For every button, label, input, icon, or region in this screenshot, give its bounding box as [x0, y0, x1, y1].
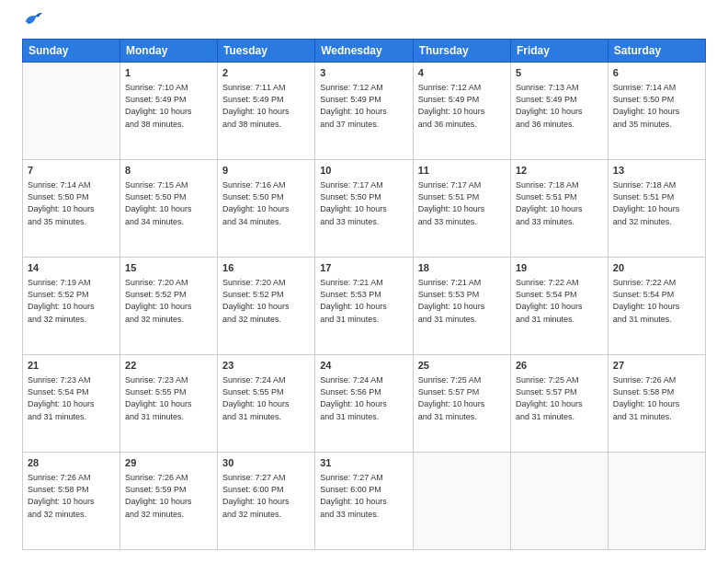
- cell-info: Sunrise: 7:24 AM Sunset: 5:55 PM Dayligh…: [222, 374, 310, 422]
- calendar-cell: 29Sunrise: 7:26 AM Sunset: 5:59 PM Dayli…: [120, 453, 218, 550]
- logo: [22, 17, 42, 29]
- page: SundayMondayTuesdayWednesdayThursdayFrid…: [0, 0, 728, 563]
- day-number: 31: [320, 456, 407, 470]
- day-number: 10: [320, 164, 407, 178]
- cell-info: Sunrise: 7:10 AM Sunset: 5:49 PM Dayligh…: [125, 82, 212, 130]
- calendar-cell: 17Sunrise: 7:21 AM Sunset: 5:53 PM Dayli…: [315, 258, 413, 355]
- day-number: 14: [28, 261, 115, 275]
- day-number: 23: [222, 359, 310, 373]
- logo-bird-icon: [22, 9, 42, 29]
- calendar-week-3: 14Sunrise: 7:19 AM Sunset: 5:52 PM Dayli…: [23, 258, 706, 355]
- calendar-header-row: SundayMondayTuesdayWednesdayThursdayFrid…: [23, 40, 706, 63]
- day-number: 18: [418, 261, 506, 275]
- day-number: 29: [125, 456, 212, 470]
- calendar-cell: 9Sunrise: 7:16 AM Sunset: 5:50 PM Daylig…: [218, 160, 315, 258]
- cell-info: Sunrise: 7:11 AM Sunset: 5:49 PM Dayligh…: [222, 82, 310, 130]
- day-number: 8: [125, 164, 212, 178]
- calendar-cell: 16Sunrise: 7:20 AM Sunset: 5:52 PM Dayli…: [218, 258, 315, 355]
- cell-info: Sunrise: 7:17 AM Sunset: 5:51 PM Dayligh…: [418, 179, 506, 227]
- day-header-sunday: Sunday: [23, 40, 120, 63]
- day-number: 22: [125, 359, 212, 373]
- cell-info: Sunrise: 7:27 AM Sunset: 6:00 PM Dayligh…: [320, 472, 407, 520]
- day-number: 30: [222, 456, 310, 470]
- calendar-week-5: 28Sunrise: 7:26 AM Sunset: 5:58 PM Dayli…: [23, 453, 706, 550]
- cell-info: Sunrise: 7:18 AM Sunset: 5:51 PM Dayligh…: [516, 179, 603, 227]
- day-number: 11: [418, 164, 506, 178]
- cell-info: Sunrise: 7:24 AM Sunset: 5:56 PM Dayligh…: [320, 374, 407, 422]
- day-number: 6: [613, 66, 700, 80]
- calendar-cell: 2Sunrise: 7:11 AM Sunset: 5:49 PM Daylig…: [218, 63, 315, 160]
- day-number: 24: [320, 359, 407, 373]
- cell-info: Sunrise: 7:25 AM Sunset: 5:57 PM Dayligh…: [418, 374, 506, 422]
- day-number: 13: [613, 164, 700, 178]
- calendar-week-2: 7Sunrise: 7:14 AM Sunset: 5:50 PM Daylig…: [23, 160, 706, 258]
- calendar-cell: 20Sunrise: 7:22 AM Sunset: 5:54 PM Dayli…: [608, 258, 705, 355]
- calendar-cell: 6Sunrise: 7:14 AM Sunset: 5:50 PM Daylig…: [608, 63, 705, 160]
- cell-info: Sunrise: 7:20 AM Sunset: 5:52 PM Dayligh…: [222, 277, 310, 325]
- calendar-cell: 7Sunrise: 7:14 AM Sunset: 5:50 PM Daylig…: [23, 160, 120, 258]
- calendar-cell: [23, 63, 120, 160]
- day-number: 3: [320, 66, 407, 80]
- day-number: 20: [613, 261, 700, 275]
- calendar-cell: 14Sunrise: 7:19 AM Sunset: 5:52 PM Dayli…: [23, 258, 120, 355]
- calendar-cell: 15Sunrise: 7:20 AM Sunset: 5:52 PM Dayli…: [120, 258, 218, 355]
- day-number: 16: [222, 261, 310, 275]
- calendar-cell: 30Sunrise: 7:27 AM Sunset: 6:00 PM Dayli…: [218, 453, 315, 550]
- calendar-cell: 21Sunrise: 7:23 AM Sunset: 5:54 PM Dayli…: [23, 355, 120, 453]
- calendar-cell: 25Sunrise: 7:25 AM Sunset: 5:57 PM Dayli…: [413, 355, 510, 453]
- cell-info: Sunrise: 7:14 AM Sunset: 5:50 PM Dayligh…: [28, 179, 115, 227]
- calendar-cell: 12Sunrise: 7:18 AM Sunset: 5:51 PM Dayli…: [510, 160, 608, 258]
- day-header-tuesday: Tuesday: [218, 40, 315, 63]
- day-number: 12: [516, 164, 603, 178]
- cell-info: Sunrise: 7:20 AM Sunset: 5:52 PM Dayligh…: [125, 277, 212, 325]
- cell-info: Sunrise: 7:17 AM Sunset: 5:50 PM Dayligh…: [320, 179, 407, 227]
- cell-info: Sunrise: 7:23 AM Sunset: 5:55 PM Dayligh…: [125, 374, 212, 422]
- cell-info: Sunrise: 7:25 AM Sunset: 5:57 PM Dayligh…: [516, 374, 603, 422]
- calendar-cell: [510, 453, 608, 550]
- cell-info: Sunrise: 7:14 AM Sunset: 5:50 PM Dayligh…: [613, 82, 700, 130]
- cell-info: Sunrise: 7:18 AM Sunset: 5:51 PM Dayligh…: [613, 179, 700, 227]
- calendar-cell: 1Sunrise: 7:10 AM Sunset: 5:49 PM Daylig…: [120, 63, 218, 160]
- calendar-cell: [413, 453, 510, 550]
- calendar-cell: 23Sunrise: 7:24 AM Sunset: 5:55 PM Dayli…: [218, 355, 315, 453]
- cell-info: Sunrise: 7:15 AM Sunset: 5:50 PM Dayligh…: [125, 179, 212, 227]
- day-number: 7: [28, 164, 115, 178]
- header: [22, 17, 706, 29]
- cell-info: Sunrise: 7:26 AM Sunset: 5:58 PM Dayligh…: [613, 374, 700, 422]
- cell-info: Sunrise: 7:21 AM Sunset: 5:53 PM Dayligh…: [320, 277, 407, 325]
- calendar-cell: 18Sunrise: 7:21 AM Sunset: 5:53 PM Dayli…: [413, 258, 510, 355]
- day-number: 17: [320, 261, 407, 275]
- day-header-friday: Friday: [510, 40, 608, 63]
- cell-info: Sunrise: 7:26 AM Sunset: 5:59 PM Dayligh…: [125, 472, 212, 520]
- day-number: 21: [28, 359, 115, 373]
- cell-info: Sunrise: 7:27 AM Sunset: 6:00 PM Dayligh…: [222, 472, 310, 520]
- calendar-table: SundayMondayTuesdayWednesdayThursdayFrid…: [22, 39, 706, 550]
- cell-info: Sunrise: 7:22 AM Sunset: 5:54 PM Dayligh…: [613, 277, 700, 325]
- calendar-cell: 24Sunrise: 7:24 AM Sunset: 5:56 PM Dayli…: [315, 355, 413, 453]
- day-header-wednesday: Wednesday: [315, 40, 413, 63]
- cell-info: Sunrise: 7:26 AM Sunset: 5:58 PM Dayligh…: [28, 472, 115, 520]
- cell-info: Sunrise: 7:13 AM Sunset: 5:49 PM Dayligh…: [516, 82, 603, 130]
- calendar-cell: 31Sunrise: 7:27 AM Sunset: 6:00 PM Dayli…: [315, 453, 413, 550]
- day-number: 26: [516, 359, 603, 373]
- day-header-saturday: Saturday: [608, 40, 705, 63]
- calendar-cell: 4Sunrise: 7:12 AM Sunset: 5:49 PM Daylig…: [413, 63, 510, 160]
- day-number: 4: [418, 66, 506, 80]
- day-number: 19: [516, 261, 603, 275]
- calendar-cell: 26Sunrise: 7:25 AM Sunset: 5:57 PM Dayli…: [510, 355, 608, 453]
- calendar-cell: 11Sunrise: 7:17 AM Sunset: 5:51 PM Dayli…: [413, 160, 510, 258]
- calendar-cell: [608, 453, 705, 550]
- calendar-cell: 8Sunrise: 7:15 AM Sunset: 5:50 PM Daylig…: [120, 160, 218, 258]
- day-number: 1: [125, 66, 212, 80]
- day-number: 25: [418, 359, 506, 373]
- calendar-cell: 19Sunrise: 7:22 AM Sunset: 5:54 PM Dayli…: [510, 258, 608, 355]
- day-number: 5: [516, 66, 603, 80]
- cell-info: Sunrise: 7:21 AM Sunset: 5:53 PM Dayligh…: [418, 277, 506, 325]
- day-number: 28: [28, 456, 115, 470]
- day-number: 15: [125, 261, 212, 275]
- day-header-thursday: Thursday: [413, 40, 510, 63]
- calendar-cell: 22Sunrise: 7:23 AM Sunset: 5:55 PM Dayli…: [120, 355, 218, 453]
- day-number: 27: [613, 359, 700, 373]
- calendar-cell: 27Sunrise: 7:26 AM Sunset: 5:58 PM Dayli…: [608, 355, 705, 453]
- calendar-cell: 5Sunrise: 7:13 AM Sunset: 5:49 PM Daylig…: [510, 63, 608, 160]
